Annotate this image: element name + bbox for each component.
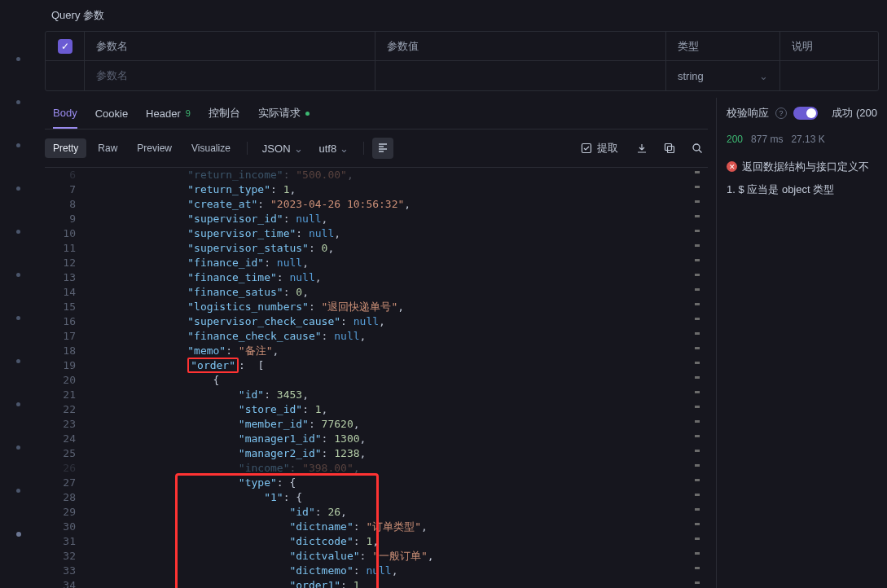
line-number: 10 xyxy=(45,226,86,241)
minimap-tick xyxy=(695,332,700,335)
line-content: "finance_satus": 0, xyxy=(86,285,708,300)
code-scroll[interactable]: 6 "return_income": "500.00",7 "return_ty… xyxy=(45,168,708,588)
rail-dot[interactable] xyxy=(16,489,20,493)
line-content: "logistics_numbers": "退回快递单号", xyxy=(86,300,708,314)
rail-dot[interactable] xyxy=(16,57,20,61)
encoding-select[interactable]: utf8 ⌄ xyxy=(313,139,356,158)
line-number: 25 xyxy=(45,446,86,461)
line-number: 21 xyxy=(45,388,86,402)
extract-icon xyxy=(581,143,592,154)
tab-actual-request[interactable]: 实际请求 xyxy=(258,106,310,129)
code-line: 33 "dictmemo": null, xyxy=(45,564,708,578)
code-line: 23 "member_id": 77620, xyxy=(45,417,708,432)
search-icon[interactable] xyxy=(687,138,708,159)
minimap-tick xyxy=(695,420,700,423)
error-icon: ✕ xyxy=(727,161,737,172)
line-number: 13 xyxy=(45,270,86,285)
line-content: "1": { xyxy=(86,490,708,505)
line-content: "order1": 1 xyxy=(86,578,708,588)
validation-error: ✕ 返回数据结构与接口定义不 xyxy=(727,160,877,174)
code-line: 16 "supervisor_check_cause": null, xyxy=(45,314,708,329)
language-select[interactable]: JSON ⌄ xyxy=(256,139,310,158)
	help-icon[interactable]: ? xyxy=(775,108,787,119)
extract-button[interactable]: 提取 xyxy=(574,138,625,159)
separator xyxy=(247,142,248,155)
code-line: 12 "finance_id": null, xyxy=(45,256,708,270)
rail-dot[interactable] xyxy=(16,316,20,320)
line-number: 28 xyxy=(45,490,86,505)
minimap-tick xyxy=(695,318,700,320)
download-icon[interactable] xyxy=(631,138,652,159)
code-line: 30 "dictname": "订单类型", xyxy=(45,520,708,534)
separator xyxy=(363,142,364,155)
code-line: 25 "manager2_id": 1238, xyxy=(45,446,708,461)
rail-dot[interactable] xyxy=(16,186,20,191)
minimap-tick xyxy=(695,567,700,569)
rail-dot[interactable] xyxy=(16,273,20,277)
code-line: 19 "order": [ xyxy=(45,358,708,373)
validate-toggle[interactable] xyxy=(793,107,818,120)
type-select[interactable]: string ⌄ xyxy=(666,61,780,90)
side-rail xyxy=(0,0,37,588)
rail-dot[interactable] xyxy=(16,100,20,104)
copy-icon[interactable] xyxy=(659,138,680,159)
line-content: "dictmemo": null, xyxy=(86,564,708,578)
code-line: 22 "store_id": 1, xyxy=(45,402,708,417)
format-icon[interactable] xyxy=(372,138,393,159)
svg-rect-1 xyxy=(668,147,674,153)
param-name-input[interactable]: 参数名 xyxy=(85,61,375,90)
line-number: 34 xyxy=(45,578,86,588)
line-number: 31 xyxy=(45,534,86,549)
code-line: 20 { xyxy=(45,373,708,388)
param-value-input[interactable] xyxy=(375,61,666,90)
tab-console[interactable]: 控制台 xyxy=(209,106,240,129)
chevron-down-icon: ⌄ xyxy=(340,143,349,155)
dot-indicator-icon xyxy=(305,112,310,116)
col-type: 类型 xyxy=(666,32,780,60)
minimap-tick xyxy=(695,244,700,247)
line-number: 8 xyxy=(45,197,86,212)
rail-dot[interactable] xyxy=(16,143,20,147)
pretty-button[interactable]: Pretty xyxy=(45,138,86,158)
tab-cookie[interactable]: Cookie xyxy=(95,106,128,129)
line-number: 14 xyxy=(45,285,86,300)
rail-dot[interactable] xyxy=(16,359,20,363)
code-line: 26 "income": "398.00", xyxy=(45,461,708,476)
line-content: "supervisor_status": 0, xyxy=(86,241,708,256)
body-toolbar: Pretty Raw Preview Visualize JSON ⌄ utf8… xyxy=(45,129,708,167)
line-content: "order": [ xyxy=(86,358,708,373)
query-params-table: ✓ 参数名 参数值 类型 说明 参数名 string ⌄ xyxy=(45,31,879,91)
select-all-checkbox[interactable]: ✓ xyxy=(46,32,85,60)
line-number: 16 xyxy=(45,314,86,329)
rail-dot[interactable] xyxy=(16,230,20,234)
line-content: "id": 26, xyxy=(86,505,708,520)
status-success: 成功 (200 xyxy=(832,106,877,121)
code-line: 8 "create_at": "2023-04-26 10:56:32", xyxy=(45,197,708,212)
code-line: 31 "dictcode": 1, xyxy=(45,534,708,549)
code-line: 10 "supervisor_time": null, xyxy=(45,226,708,241)
line-content: "manager2_id": 1238, xyxy=(86,446,708,461)
raw-button[interactable]: Raw xyxy=(90,138,125,158)
rail-dot[interactable] xyxy=(16,445,20,450)
code-line: 7 "return_type": 1, xyxy=(45,182,708,197)
preview-button[interactable]: Preview xyxy=(129,138,180,158)
tab-body[interactable]: Body xyxy=(53,106,77,129)
tab-header[interactable]: Header 9 xyxy=(146,106,191,129)
validation-info: 1. $ 应当是 object 类型 xyxy=(727,182,877,197)
visualize-button[interactable]: Visualize xyxy=(183,138,239,158)
rail-dot[interactable] xyxy=(16,402,20,406)
line-content: "income": "398.00", xyxy=(86,461,708,476)
col-param-value: 参数值 xyxy=(375,32,666,60)
code-line: 28 "1": { xyxy=(45,490,708,505)
minimap-tick xyxy=(695,406,700,408)
line-content: "dictvalue": "一般订单", xyxy=(86,549,708,564)
row-checkbox[interactable] xyxy=(46,61,85,90)
line-content: "finance_time": null, xyxy=(86,270,708,285)
minimap-tick xyxy=(695,274,700,276)
rail-dot-active[interactable] xyxy=(16,532,21,537)
line-number: 32 xyxy=(45,549,86,564)
desc-input[interactable] xyxy=(780,61,878,90)
minimap-tick xyxy=(695,230,700,232)
code-line: 13 "finance_time": null, xyxy=(45,270,708,285)
minimap-tick xyxy=(695,186,700,188)
